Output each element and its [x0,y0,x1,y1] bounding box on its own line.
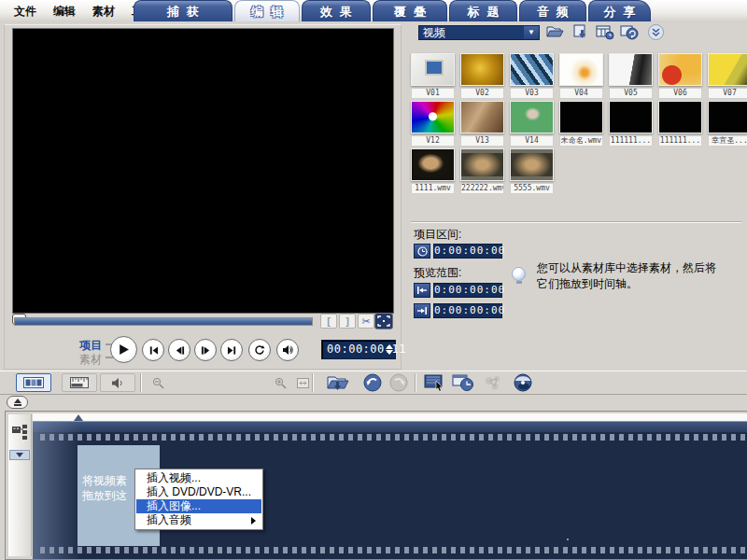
menu-item-insert-video[interactable]: 插入视频... [136,471,261,485]
project-duration-clock-button[interactable] [414,244,430,259]
clip-thumbnail[interactable] [411,53,455,86]
tab-effects[interactable]: 效果 [302,0,371,21]
end-button[interactable] [220,339,243,361]
menu-clip[interactable]: 素材 [84,0,123,21]
mark-out-bracket-button[interactable]: ] [339,314,356,329]
timecode-spinner[interactable] [384,342,394,357]
mark-in-button[interactable] [414,283,430,298]
clip-label: V05 [609,88,653,99]
ruler-position-marker[interactable] [74,414,83,421]
library-clip[interactable]: V02 [460,53,504,99]
clip-thumbnail[interactable] [460,53,504,86]
library-clip[interactable]: 未命名.wmv [559,101,603,147]
tab-share[interactable]: 分享 [588,0,651,21]
project-duration-field[interactable]: 0:00:00:00 [433,244,502,259]
library-clip[interactable]: 222222.wmv [460,148,504,194]
library-clip[interactable]: 111111... [658,101,702,147]
clip-thumbnail[interactable] [460,148,504,181]
library-clip[interactable]: V06 [658,53,702,99]
menu-item-insert-audio[interactable]: 插入音频 [136,513,261,527]
mark-in-bracket-button[interactable]: [ [320,314,337,329]
clip-label: V03 [510,88,554,99]
clip-thumbnail[interactable] [708,53,747,86]
menu-item-insert-image[interactable]: 插入图像... [136,499,261,513]
tab-overlay[interactable]: 覆叠 [373,0,447,21]
library-clip[interactable]: V01 [411,53,455,99]
dropdown-arrow-icon[interactable]: ▼ [524,26,539,39]
clip-thumbnail[interactable] [510,101,554,133]
clip-thumbnail[interactable] [559,53,603,86]
menu-file[interactable]: 文件 [6,0,45,21]
clip-thumbnail[interactable] [559,101,603,133]
library-clip[interactable]: 幸宜圣... [708,101,747,147]
mark-out-field[interactable]: 0:00:00:00 [433,303,502,318]
preview-timecode-field[interactable]: 00:00:00:11 [321,340,396,359]
library-clip[interactable]: V03 [510,53,554,99]
library-clip[interactable]: V12 [411,101,455,147]
clip-thumbnail[interactable] [658,53,702,86]
repeat-button[interactable] [248,339,271,361]
tab-edit[interactable]: 编辑 [234,0,300,21]
redo-button[interactable] [386,372,412,393]
mark-in-field[interactable]: 0:00:00:00 [433,283,502,298]
insert-media-files-button[interactable] [323,372,353,393]
options-expand-button[interactable] [648,24,669,41]
film-sprockets-bottom [40,547,747,553]
clip-thumbnail[interactable] [510,148,554,181]
clip-thumbnail[interactable] [658,101,702,133]
playback-mode-clip-label[interactable]: 素材 [79,352,102,368]
library-clip[interactable]: V13 [460,101,504,147]
video-track-icon[interactable] [11,424,28,444]
home-button[interactable] [142,339,164,361]
tab-title[interactable]: 标题 [449,0,517,21]
timeline-view-button[interactable] [62,373,97,392]
library-manager-button[interactable] [596,24,616,41]
clip-thumbnail[interactable] [609,53,653,86]
toolbar-divider [140,373,141,392]
previous-frame-button[interactable] [168,339,190,361]
clip-thumbnail[interactable] [708,101,747,133]
audio-view-button[interactable] [100,373,135,392]
clip-thumbnail[interactable] [411,148,455,181]
project-duration-label: 项目区间: [414,227,461,243]
load-video-button[interactable] [546,24,567,41]
library-category-dropdown[interactable]: 视频 ▼ [418,25,540,40]
surround-sound-mixer-button[interactable] [480,372,506,393]
system-volume-button[interactable] [276,339,299,361]
undo-button[interactable] [359,372,386,393]
clip-thumbnail[interactable] [411,101,455,133]
mark-out-button[interactable] [414,303,430,318]
enlarge-preview-button[interactable] [374,313,393,329]
library-clip[interactable]: 1111.wmv [411,148,455,194]
create-disc-button[interactable] [510,372,536,393]
timeline-ruler[interactable] [33,413,747,422]
library-clip[interactable]: V05 [609,53,653,99]
scrubber-track[interactable] [14,317,313,326]
tab-audio[interactable]: 音频 [519,0,586,21]
insert-media-button[interactable] [571,24,592,41]
storyboard-view-button[interactable] [16,373,51,392]
menu-item-insert-dvd[interactable]: 插入 DVD/DVD-VR... [136,485,261,499]
menu-edit[interactable]: 编辑 [45,0,84,21]
clip-thumbnail[interactable] [510,53,554,86]
clip-thumbnail[interactable] [460,101,504,133]
play-button[interactable] [110,336,137,363]
next-frame-button[interactable] [194,339,217,361]
tab-capture[interactable]: 捕获 [134,0,233,21]
library-clip[interactable]: 5555.wmv [510,148,554,194]
panel-collapse-button[interactable] [7,396,28,409]
library-clip[interactable]: V04 [559,53,603,99]
track-select-dropdown[interactable] [9,450,30,460]
cut-clip-button[interactable]: ✂ [358,314,374,329]
batch-convert-button[interactable] [450,372,476,393]
smart-proxy-manager-button[interactable] [422,372,448,393]
video-preview-screen [12,28,394,314]
hint-bulb-icon [512,267,526,281]
library-clip[interactable]: 111111... [609,101,653,147]
library-clip[interactable]: V14 [510,101,554,147]
clip-label: V01 [411,88,455,99]
clip-thumbnail[interactable] [609,101,653,133]
get-more-media-button[interactable] [620,24,641,41]
library-clip[interactable]: V07 [708,53,747,99]
zoom-out-button[interactable] [145,372,171,393]
